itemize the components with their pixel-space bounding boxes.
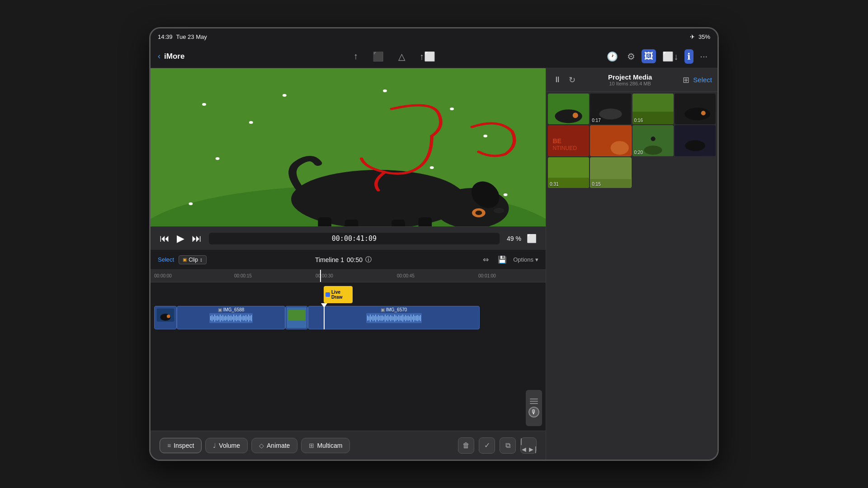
export-button[interactable]: ↑ — [351, 49, 361, 64]
media-thumb-7[interactable]: 0:20 — [632, 125, 674, 156]
inspect-label: Inspect — [174, 442, 194, 449]
split-button[interactable]: ⧉ — [500, 437, 516, 454]
status-bar-right: ✈ 35% — [690, 33, 710, 40]
volume-button[interactable]: ♩ Volume — [205, 438, 248, 453]
main-content: ⏮ ▶ ⏭ 00:00:41:09 49 % ⬜ Select ▣ Clip — [151, 68, 717, 461]
time-display: 00:00:41:09 — [209, 233, 500, 244]
media-thumb-1[interactable] — [548, 94, 589, 124]
photos-button[interactable]: 🖼 — [642, 49, 656, 63]
video-clip-img6588[interactable]: ▣ IMG_6588 — [177, 306, 285, 329]
inspect-button[interactable]: ≡ Inspect — [160, 438, 202, 453]
svg-point-46 — [651, 137, 655, 141]
zoom-unit: % — [516, 235, 521, 242]
clip-badge: ▣ Clip ↕ — [179, 255, 207, 264]
video-canvas — [151, 68, 546, 226]
ruler-tick-2: 00:00:30 — [316, 273, 333, 278]
video-track: ▣ IMG_6588 — [154, 306, 542, 329]
svg-point-43 — [611, 141, 629, 155]
media-panel-title-area: Project Media 10 Items 286.4 MB — [577, 73, 683, 86]
grid-view-button[interactable]: ⊞ — [683, 75, 689, 85]
svg-rect-28 — [288, 310, 305, 321]
media-thumb-2[interactable]: 0:17 — [590, 94, 631, 124]
svg-point-9 — [504, 193, 508, 196]
media-panel-header: ⏸ ↻ Project Media 10 Items 286.4 MB ⊞ Se… — [546, 68, 717, 92]
mark-icon: ✓ — [484, 441, 490, 450]
animate-button[interactable]: ◇ Animate — [251, 438, 297, 453]
delete-button[interactable]: 🗑 — [458, 437, 474, 454]
zoom-value: 49 — [507, 235, 514, 242]
pause-button[interactable]: ⏸ — [552, 73, 563, 86]
mic-icon: 🎙 — [531, 408, 537, 416]
svg-point-5 — [450, 108, 454, 110]
media-thumb-10[interactable]: 0:15 — [590, 157, 631, 188]
info-button[interactable]: ℹ — [684, 49, 693, 64]
media-select-button[interactable]: Select — [693, 76, 712, 84]
svg-point-8 — [189, 202, 193, 205]
scroll-bar[interactable] — [298, 460, 398, 461]
svg-point-33 — [599, 108, 622, 119]
settings-button[interactable]: ⚙ — [624, 49, 638, 64]
svg-point-38 — [701, 111, 705, 115]
share-button[interactable]: ↑⬜ — [417, 49, 438, 64]
timeline-info-icon[interactable]: ⓘ — [365, 256, 372, 264]
media-thumb-4[interactable] — [675, 94, 716, 124]
svg-text:NTINUED: NTINUED — [552, 145, 577, 152]
svg-point-48 — [685, 141, 705, 151]
video-clip-1-thumb[interactable] — [154, 306, 177, 329]
media-thumb-9[interactable]: 0:31 — [548, 157, 589, 188]
volume-circle[interactable]: 🎙 — [528, 407, 539, 418]
options-button[interactable]: Options ▾ — [513, 256, 538, 263]
svg-rect-15 — [318, 217, 331, 226]
link-tracks-button[interactable]: ⇔ — [480, 253, 491, 266]
timeline-section: Select ▣ Clip ↕ Timeline 1 00:50 ⓘ ⇔ 💾 — [151, 250, 546, 431]
svg-rect-18 — [419, 217, 432, 226]
animate-label: Animate — [267, 442, 290, 449]
skip-back-button[interactable]: ⏮ — [160, 233, 170, 244]
skip-forward-button[interactable]: ⏭ — [192, 233, 202, 244]
svg-point-11 — [383, 89, 387, 92]
volume-line-3 — [530, 403, 538, 404]
live-draw-label: Live Draw — [331, 290, 351, 300]
clip-6570-label: ▣ IMG_6570 — [381, 307, 407, 312]
import-button[interactable]: ⬜↓ — [660, 49, 681, 64]
delete-icon: 🗑 — [462, 441, 470, 450]
playhead — [324, 306, 325, 329]
bottom-toolbar: ≡ Inspect ♩ Volume ◇ Animate ⊞ Multicam — [151, 431, 546, 460]
ruler-tick-4: 00:01:00 — [478, 273, 496, 278]
video-clip-img6570[interactable]: ▣ IMG_6570 — [308, 306, 480, 329]
timeline-select-label[interactable]: Select — [158, 256, 174, 263]
back-button[interactable]: ‹ — [158, 52, 160, 61]
media-thumb-6[interactable] — [590, 125, 631, 156]
overlay-track: Live Draw — [154, 286, 542, 304]
end-button[interactable]: |◄►| — [520, 437, 537, 454]
live-draw-clip[interactable]: Live Draw — [324, 286, 353, 303]
multicam-button[interactable]: ⊞ Multicam — [301, 438, 350, 453]
timeline-name: Timeline 1 — [315, 256, 344, 263]
timeline-duration: 00:50 — [347, 256, 363, 263]
battery-display: 35% — [698, 33, 710, 40]
volume-icon: ♩ — [213, 442, 216, 449]
airplane-icon: ✈ — [690, 33, 695, 40]
save-timeline-button[interactable]: 💾 — [495, 253, 509, 266]
svg-point-31 — [573, 113, 578, 118]
svg-rect-16 — [345, 220, 359, 226]
mark-button[interactable]: ✓ — [479, 437, 495, 454]
play-pause-button[interactable]: ▶ — [177, 233, 184, 244]
video-clip-3-thumb[interactable] — [285, 306, 308, 329]
more-button[interactable]: ··· — [697, 49, 710, 63]
media-thumb-5[interactable]: BE NTINUED — [548, 125, 589, 156]
clip-6588-waveform — [209, 313, 253, 323]
upload-button[interactable]: △ — [396, 49, 408, 64]
clip-6588-label: ▣ IMG_6588 — [218, 307, 245, 312]
media-thumb-8[interactable] — [675, 125, 716, 156]
waveform-bars-1 — [209, 313, 253, 323]
zoom-display: 49 % ⬜ — [507, 234, 537, 244]
media-thumb-3[interactable]: 0:16 — [632, 94, 674, 124]
volume-knob[interactable]: 🎙 — [526, 390, 542, 426]
animate-icon: ◇ — [259, 442, 264, 449]
camera-button[interactable]: ⬛ — [370, 49, 387, 64]
thumb-3-duration: 0:16 — [634, 118, 643, 123]
playhead-triangle — [321, 303, 327, 308]
sync-button[interactable]: ↻ — [567, 73, 577, 87]
clock-icon-button[interactable]: 🕐 — [604, 49, 621, 64]
